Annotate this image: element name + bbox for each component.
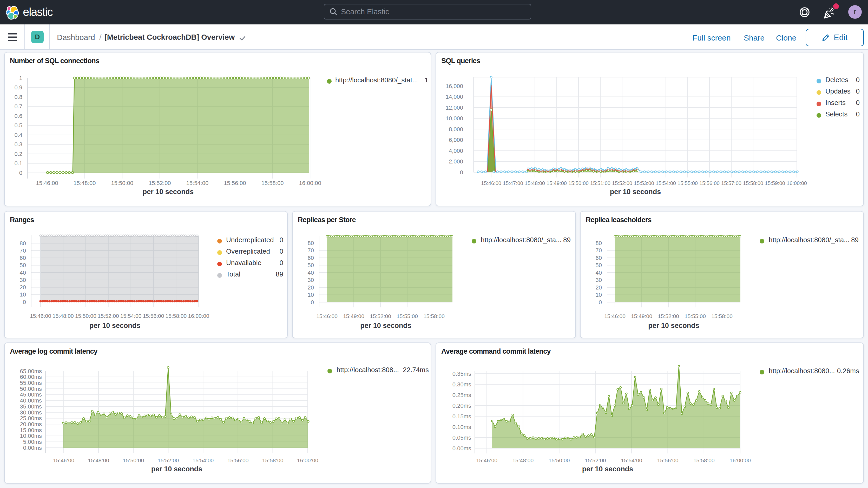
svg-text:15:52:00: 15:52:00 <box>585 457 606 463</box>
svg-text:15:56:00: 15:56:00 <box>699 180 720 186</box>
svg-text:16:00:00: 16:00:00 <box>297 457 318 463</box>
svg-text:15:52:00: 15:52:00 <box>658 313 679 319</box>
svg-text:0: 0 <box>311 299 314 306</box>
svg-text:10.00ms: 10.00ms <box>20 433 42 439</box>
svg-text:20: 20 <box>596 284 602 291</box>
svg-text:80: 80 <box>20 240 26 247</box>
svg-text:15:51:00: 15:51:00 <box>590 180 611 186</box>
svg-text:0.15ms: 0.15ms <box>453 413 471 420</box>
svg-text:15:53:00: 15:53:00 <box>634 180 654 186</box>
svg-text:15:48:00: 15:48:00 <box>53 313 74 319</box>
svg-text:14,000: 14,000 <box>446 94 463 100</box>
svg-text:0: 0 <box>460 169 463 176</box>
svg-text:15:49:00: 15:49:00 <box>631 313 652 319</box>
svg-text:15:46:00: 15:46:00 <box>36 180 58 186</box>
svg-text:0.6: 0.6 <box>14 113 22 119</box>
svg-text:0.3: 0.3 <box>14 141 22 148</box>
svg-text:0.7: 0.7 <box>14 103 22 110</box>
svg-text:15:57:00: 15:57:00 <box>721 180 741 186</box>
svg-text:15:56:00: 15:56:00 <box>224 180 246 186</box>
svg-text:16:00:00: 16:00:00 <box>299 180 321 186</box>
svg-text:15:52:00: 15:52:00 <box>370 313 391 319</box>
svg-text:70: 70 <box>308 247 314 254</box>
svg-text:15:46:00: 15:46:00 <box>481 180 501 186</box>
svg-text:15:58:00: 15:58:00 <box>262 457 283 463</box>
svg-text:0.05ms: 0.05ms <box>453 434 471 441</box>
svg-text:15:52:00: 15:52:00 <box>612 180 632 186</box>
svg-text:4,000: 4,000 <box>449 148 463 154</box>
svg-text:15:56:00: 15:56:00 <box>657 457 679 463</box>
svg-text:per 10 seconds: per 10 seconds <box>151 465 203 473</box>
svg-text:0.1: 0.1 <box>14 160 22 166</box>
svg-text:20: 20 <box>308 284 314 291</box>
svg-text:60: 60 <box>596 255 602 261</box>
svg-text:30: 30 <box>308 277 314 283</box>
svg-text:0.25ms: 0.25ms <box>453 392 471 398</box>
svg-text:70: 70 <box>596 247 602 254</box>
svg-text:15:59:00: 15:59:00 <box>765 180 785 186</box>
svg-text:40: 40 <box>308 270 314 276</box>
svg-text:15:54:00: 15:54:00 <box>621 457 642 463</box>
svg-text:15:54:00: 15:54:00 <box>120 313 142 319</box>
svg-text:15:48:00: 15:48:00 <box>525 180 545 186</box>
svg-text:15:50:00: 15:50:00 <box>111 180 133 186</box>
svg-text:50: 50 <box>308 262 314 268</box>
svg-text:15:52:00: 15:52:00 <box>149 180 171 186</box>
svg-text:70: 70 <box>20 247 26 254</box>
svg-text:15:50:00: 15:50:00 <box>568 180 589 186</box>
svg-text:80: 80 <box>596 240 602 246</box>
svg-text:0.00ms: 0.00ms <box>23 445 42 451</box>
svg-text:per 10 seconds: per 10 seconds <box>360 322 411 330</box>
svg-text:per 10 seconds: per 10 seconds <box>610 188 661 196</box>
svg-text:60: 60 <box>308 255 314 261</box>
svg-text:15:48:00: 15:48:00 <box>512 457 533 463</box>
svg-text:40: 40 <box>20 270 26 276</box>
svg-text:0: 0 <box>23 299 26 305</box>
svg-text:per 10 seconds: per 10 seconds <box>143 188 194 196</box>
svg-text:15:58:00: 15:58:00 <box>711 313 733 319</box>
svg-text:35.00ms: 35.00ms <box>20 403 42 410</box>
svg-text:0.4: 0.4 <box>14 132 22 138</box>
svg-text:60.00ms: 60.00ms <box>20 374 42 380</box>
svg-text:25.00ms: 25.00ms <box>20 415 42 422</box>
svg-text:10,000: 10,000 <box>446 115 463 122</box>
svg-text:0.2: 0.2 <box>14 151 22 157</box>
svg-text:0.00ms: 0.00ms <box>453 445 471 452</box>
svg-text:40.00ms: 40.00ms <box>20 397 42 404</box>
svg-text:15:49:00: 15:49:00 <box>343 313 364 319</box>
svg-text:20.00ms: 20.00ms <box>20 421 42 427</box>
svg-text:15:54:00: 15:54:00 <box>656 180 676 186</box>
svg-text:40: 40 <box>596 270 602 276</box>
svg-text:15:55:00: 15:55:00 <box>397 313 418 319</box>
svg-text:50: 50 <box>596 262 602 268</box>
svg-text:0.30ms: 0.30ms <box>453 381 471 388</box>
svg-text:30: 30 <box>20 277 26 283</box>
svg-text:15:55:00: 15:55:00 <box>678 180 698 186</box>
svg-text:15:58:00: 15:58:00 <box>165 313 187 319</box>
svg-text:15:55:00: 15:55:00 <box>684 313 706 319</box>
svg-text:50.00ms: 50.00ms <box>20 386 42 392</box>
svg-text:15:56:00: 15:56:00 <box>227 457 249 463</box>
svg-text:0.10ms: 0.10ms <box>453 424 471 430</box>
svg-text:15:46:00: 15:46:00 <box>476 457 497 463</box>
svg-text:0: 0 <box>19 170 22 176</box>
svg-text:20: 20 <box>20 284 26 291</box>
svg-text:0.9: 0.9 <box>14 84 22 91</box>
svg-text:15:46:00: 15:46:00 <box>604 313 625 319</box>
svg-text:30: 30 <box>596 277 602 283</box>
svg-text:16:00:00: 16:00:00 <box>188 313 209 319</box>
svg-text:0.35ms: 0.35ms <box>453 370 471 377</box>
svg-text:0.20ms: 0.20ms <box>453 402 471 409</box>
svg-text:per 10 seconds: per 10 seconds <box>582 465 633 473</box>
svg-text:15:48:00: 15:48:00 <box>88 457 109 463</box>
svg-text:16:00:00: 16:00:00 <box>730 457 751 463</box>
svg-text:12,000: 12,000 <box>446 104 463 111</box>
svg-text:15:50:00: 15:50:00 <box>123 457 144 463</box>
svg-text:15:52:00: 15:52:00 <box>157 457 179 463</box>
svg-text:1: 1 <box>19 75 22 81</box>
svg-text:15:58:00: 15:58:00 <box>693 457 715 463</box>
svg-text:15:46:00: 15:46:00 <box>53 457 74 463</box>
svg-text:15:49:00: 15:49:00 <box>547 180 567 186</box>
svg-text:0.8: 0.8 <box>14 94 22 100</box>
svg-text:0: 0 <box>599 299 602 306</box>
